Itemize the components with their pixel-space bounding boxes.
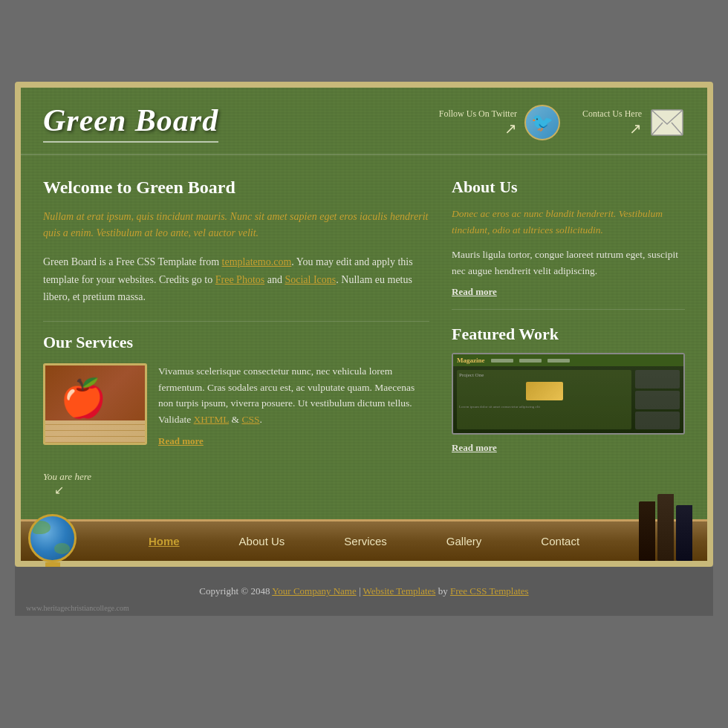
- fi-side-block2: [635, 391, 680, 409]
- fi-main-col: Project One Lorem ipsum dolor sit amet c…: [457, 370, 631, 429]
- content-area: Welcome to Green Board Nullam at erat ip…: [21, 155, 707, 519]
- services-read-more[interactable]: Read more: [158, 434, 429, 449]
- notebook-decoration: [45, 420, 145, 443]
- nav-item-gallery[interactable]: Gallery: [417, 521, 512, 561]
- fi-nav-item2: [519, 359, 542, 363]
- services-image: 🍎: [43, 363, 147, 445]
- fi-side-col: [635, 370, 680, 429]
- fi-nav-item3: [547, 359, 570, 363]
- globe-decoration: [28, 514, 77, 568]
- featured-read-more[interactable]: Read more: [452, 442, 685, 454]
- watermark: www.heritagechristiancollege.com: [26, 604, 129, 612]
- header-social: Follow Us On Twitter ↗ Contact Us Here ↗: [439, 105, 685, 140]
- featured-image: Magazine Project One Lorem ipsum dolor s…: [452, 353, 685, 435]
- footer-by: by: [435, 585, 450, 597]
- services-title: Our Services: [43, 333, 429, 352]
- about-body: Mauris ligula tortor, congue laoreet rut…: [452, 247, 685, 279]
- fi-card: [526, 382, 563, 400]
- featured-title: Featured Work: [452, 325, 685, 344]
- nav-item-about[interactable]: About Us: [209, 521, 315, 561]
- templatemo-link[interactable]: templatemo.com: [222, 256, 292, 267]
- logo-area: Green Board: [43, 103, 218, 143]
- services-body: Vivamus scelerisque consectetur nunc, ne…: [158, 363, 429, 449]
- nav-item-home[interactable]: Home: [119, 521, 209, 561]
- free-photos-link[interactable]: Free Photos: [215, 274, 265, 285]
- fi-side-block3: [635, 412, 680, 430]
- twitter-section: Follow Us On Twitter ↗: [439, 105, 560, 140]
- twitter-icon[interactable]: [524, 105, 560, 140]
- site-logo: Green Board: [43, 103, 218, 138]
- logo-underline: [43, 141, 218, 143]
- services-section: Our Services 🍎 Vivamus scelerisque conse…: [43, 333, 429, 449]
- about-read-more[interactable]: Read more: [452, 286, 685, 298]
- chalkboard: Green Board Follow Us On Twitter ↗ Conta…: [15, 82, 713, 567]
- templates-link[interactable]: Website Templates: [363, 585, 436, 597]
- nav-item-contact[interactable]: Contact: [511, 521, 609, 561]
- divider: [43, 321, 429, 322]
- you-are-here-text: You are here: [43, 471, 91, 482]
- css-templates-link[interactable]: Free CSS Templates: [450, 585, 529, 597]
- company-link[interactable]: Your Company Name: [272, 585, 357, 597]
- nav-item-services[interactable]: Services: [314, 521, 417, 561]
- featured-screenshot: Magazine Project One Lorem ipsum dolor s…: [453, 354, 683, 433]
- xhtml-link[interactable]: XHTML: [194, 414, 230, 425]
- you-are-here-arrow: ↙: [54, 483, 429, 497]
- book-1: [639, 501, 655, 561]
- fi-content: Project One Lorem ipsum dolor sit amet c…: [453, 366, 683, 433]
- featured-section: Featured Work Magazine Projec: [452, 325, 685, 454]
- about-italic: Donec ac eros ac nunc blandit hendrerit.…: [452, 206, 685, 238]
- welcome-section: Welcome to Green Board Nullam at erat ip…: [43, 178, 429, 306]
- social-icons-link[interactable]: Social Icons: [285, 274, 336, 285]
- apple-icon: 🍎: [60, 377, 106, 420]
- css-link[interactable]: CSS: [241, 414, 259, 425]
- header: Green Board Follow Us On Twitter ↗ Conta…: [21, 88, 707, 155]
- twitter-label: Follow Us On Twitter ↗: [439, 108, 517, 137]
- contact-section: Contact Us Here ↗: [582, 105, 685, 140]
- left-column: Welcome to Green Board Nullam at erat ip…: [43, 178, 429, 504]
- fi-side-block1: [635, 370, 680, 389]
- services-content: 🍎 Vivamus scelerisque consectetur nunc, …: [43, 363, 429, 449]
- welcome-title: Welcome to Green Board: [43, 178, 429, 198]
- divider2: [452, 309, 685, 310]
- fi-nav-item1: [491, 359, 513, 363]
- footer: Copyright © 2048 Your Company Name | Web…: [15, 567, 713, 616]
- you-are-here: You are here ↙: [43, 471, 429, 504]
- book-2: [657, 494, 674, 561]
- nav-bar: Home About Us Services Gallery Contact: [21, 519, 707, 561]
- right-column: About Us Donec ac eros ac nunc blandit h…: [452, 178, 685, 504]
- footer-copyright: Copyright © 2048: [199, 585, 272, 597]
- contact-label: Contact Us Here ↗: [582, 108, 642, 137]
- about-section: About Us Donec ac eros ac nunc blandit h…: [452, 178, 685, 298]
- globe-icon: [28, 514, 77, 562]
- welcome-body: Green Board is a Free CSS Template from …: [43, 253, 429, 306]
- books-decoration: [639, 494, 692, 561]
- envelope-icon[interactable]: [649, 105, 685, 140]
- nav-inner: Home About Us Services Gallery Contact: [21, 521, 707, 561]
- welcome-italic: Nullam at erat ipsum, quis tincidunt mau…: [43, 209, 429, 242]
- about-title: About Us: [452, 178, 685, 197]
- fi-nav: Magazine: [453, 354, 683, 366]
- footer-sep: |: [357, 585, 363, 597]
- book-3: [676, 505, 692, 561]
